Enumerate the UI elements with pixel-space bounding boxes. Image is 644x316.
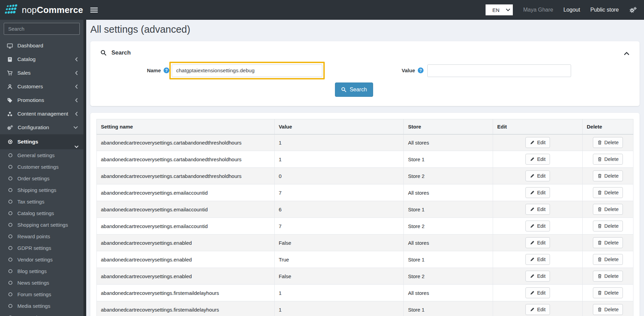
delete-button[interactable]: Delete xyxy=(593,254,623,265)
edit-button[interactable]: Edit xyxy=(525,237,550,248)
edit-button[interactable]: Edit xyxy=(525,304,550,315)
setting-store-cell: Store 1 xyxy=(404,301,493,316)
search-panel: Search Name ? Value ? xyxy=(90,41,640,106)
sidebar-subitem-label: Forum settings xyxy=(17,291,51,297)
edit-button[interactable]: Edit xyxy=(525,204,550,215)
language-select[interactable]: EN xyxy=(486,4,513,15)
public-store-link[interactable]: Public store xyxy=(590,7,619,13)
circles-icon xyxy=(7,111,13,117)
delete-button[interactable]: Delete xyxy=(593,137,623,148)
sidebar-search-input[interactable] xyxy=(7,26,77,32)
setting-value-cell: 7 xyxy=(274,184,404,201)
sidebar-item-dashboard[interactable]: Dashboard xyxy=(0,39,83,52)
chevron-left-icon xyxy=(75,84,78,89)
sidebar-item-customers[interactable]: Customers xyxy=(0,80,83,93)
col-value: Value xyxy=(274,119,404,134)
delete-button[interactable]: Delete xyxy=(593,170,623,181)
edit-button[interactable]: Edit xyxy=(525,271,550,282)
edit-button[interactable]: Edit xyxy=(525,154,550,165)
sidebar-subitem[interactable]: Reward points xyxy=(0,230,83,242)
pencil-icon xyxy=(530,140,535,145)
sidebar-subitem[interactable]: GDPR settings xyxy=(0,242,83,254)
sidebar-subitem[interactable]: General settings xyxy=(0,149,83,161)
sidebar-subitem-label: App settings xyxy=(17,315,46,316)
user-icon xyxy=(7,84,13,90)
setting-value-cell: False xyxy=(274,268,404,285)
sidebar-item-configuration[interactable]: Configuration xyxy=(0,121,83,134)
logout-link[interactable]: Logout xyxy=(563,7,580,13)
sidebar-item-label: Dashboard xyxy=(17,43,43,49)
name-field-highlight-box xyxy=(169,62,325,79)
table-header-row: Setting name Value Store Edit Delete xyxy=(97,119,633,134)
search-button[interactable]: Search xyxy=(335,82,373,97)
trash-icon xyxy=(597,157,602,162)
trash-icon xyxy=(597,224,602,228)
topbar-right: EN Maya Ghare Logout Public store xyxy=(486,4,644,15)
setting-name-cell: abandonedcartrecoverysettings.cartabando… xyxy=(97,134,275,151)
sidebar-item-label: Settings xyxy=(17,139,38,145)
sidebar-search-box xyxy=(4,23,80,35)
sidebar-subitem[interactable]: Vendor settings xyxy=(0,254,83,265)
settings-gears-icon[interactable] xyxy=(629,6,637,13)
delete-button[interactable]: Delete xyxy=(593,287,623,298)
value-input[interactable] xyxy=(427,64,571,77)
nopcommerce-dots-icon xyxy=(4,4,18,16)
sidebar-subitem[interactable]: Catalog settings xyxy=(0,207,83,219)
pencil-icon xyxy=(530,157,535,162)
collapse-panel-button[interactable] xyxy=(623,50,631,57)
sidebar-subitem[interactable]: Forum settings xyxy=(0,288,83,300)
name-input[interactable] xyxy=(172,64,322,77)
edit-button[interactable]: Edit xyxy=(525,137,550,148)
table-row: abandonedcartrecoverysettings.firstemail… xyxy=(97,301,633,316)
col-delete: Delete xyxy=(583,119,633,134)
delete-button[interactable]: Delete xyxy=(593,237,623,248)
sidebar-subitem[interactable]: Shipping settings xyxy=(0,184,83,196)
delete-button[interactable]: Delete xyxy=(593,154,623,165)
help-icon[interactable]: ? xyxy=(164,67,169,73)
delete-button[interactable]: Delete xyxy=(593,204,623,215)
edit-button[interactable]: Edit xyxy=(525,287,550,298)
sidebar-subitem[interactable]: Shopping cart settings xyxy=(0,219,83,230)
sidebar-subitem[interactable]: Blog settings xyxy=(0,265,83,277)
setting-value-cell: 1 xyxy=(274,285,404,301)
brand-logo[interactable]: nopCommerce xyxy=(0,4,83,16)
logged-in-user: Maya Ghare xyxy=(523,7,553,13)
delete-button[interactable]: Delete xyxy=(593,271,623,282)
help-icon[interactable]: ? xyxy=(418,67,424,73)
cart-icon xyxy=(7,70,13,76)
sidebar-subitem[interactable]: Customer settings xyxy=(0,161,83,172)
edit-button[interactable]: Edit xyxy=(525,187,550,198)
sidebar-scrollbar[interactable] xyxy=(83,20,86,316)
setting-value-cell: False xyxy=(274,235,404,251)
sidebar-subitem[interactable]: News settings xyxy=(0,277,83,288)
edit-button[interactable]: Edit xyxy=(525,254,550,265)
edit-button[interactable]: Edit xyxy=(525,170,550,181)
sidebar-item-settings-active[interactable]: Settings xyxy=(0,134,83,149)
sidebar-item-label: Configuration xyxy=(18,124,49,131)
sidebar-subitem[interactable]: Media settings xyxy=(0,300,83,312)
sidebar-item-catalog[interactable]: Catalog xyxy=(0,52,83,66)
edit-cell: Edit xyxy=(493,151,583,168)
app-window: nopCommerce EN Maya Ghare Logout Public … xyxy=(0,0,644,316)
sidebar-item-promotions[interactable]: Promotions xyxy=(0,93,83,107)
sidebar-subitem[interactable]: Order settings xyxy=(0,172,83,184)
delete-button[interactable]: Delete xyxy=(593,221,623,231)
col-edit: Edit xyxy=(493,119,583,134)
sidebar-item-content-management[interactable]: Content management xyxy=(0,107,83,121)
sidebar-subitem[interactable]: Tax settings xyxy=(0,196,83,207)
sidebar-subitem[interactable]: App settings xyxy=(0,312,83,316)
sidebar-toggle-button[interactable] xyxy=(90,6,99,13)
name-field-label: Name ? xyxy=(110,67,169,73)
value-field-label: Value ? xyxy=(368,67,424,73)
edit-button[interactable]: Edit xyxy=(525,221,550,231)
sidebar-subitem-label: Shipping settings xyxy=(17,187,56,193)
sidebar-item-label: Content management xyxy=(17,111,68,117)
delete-button[interactable]: Delete xyxy=(593,304,623,315)
trash-icon xyxy=(597,290,602,295)
sidebar-item-sales[interactable]: Sales xyxy=(0,66,83,80)
sidebar-subitem-label: Vendor settings xyxy=(17,257,52,262)
delete-button[interactable]: Delete xyxy=(593,187,623,198)
sidebar-subitem-label: News settings xyxy=(17,280,49,286)
setting-name-cell: abandonedcartrecoverysettings.emailaccou… xyxy=(97,201,275,218)
chevron-down-icon xyxy=(74,145,79,148)
